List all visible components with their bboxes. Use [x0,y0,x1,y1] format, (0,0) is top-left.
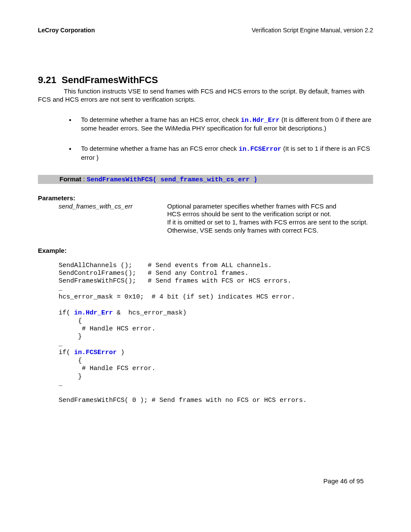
code-highlight: in.FCSError [74,349,117,356]
param-desc-line: If it is omitted or set to 1, frames wit… [167,218,368,226]
code-inline: in.FCSError [239,146,281,153]
page-content: LeCroy Corporation Verification Script E… [0,0,411,404]
bullet-text-pre: To determine whether a frame has an HCS … [81,116,241,123]
bullet-item: To determine whether a frame has an HCS … [72,116,373,133]
code-block: SendAllChannels (); # Send events from A… [38,262,373,405]
code-inline: in.Hdr_Err [241,117,280,124]
bullet-text-pre: To determine whether a frame has an FCS … [81,145,239,152]
format-code: SendFramesWithFCS( send_frames_with_cs_e… [87,176,257,184]
example-heading: Example: [38,247,373,254]
code-highlight: in.Hdr_Err [74,309,113,317]
parameters-row: send_frames_with_cs_err Optional paramet… [38,202,373,235]
param-desc-line: Otherwise, VSE sends only frames with co… [167,227,318,234]
format-bar: Format : SendFramesWithFCS( send_frames_… [38,175,373,184]
param-name: send_frames_with_cs_err [38,202,167,210]
header-doc-title: Verification Script Engine Manual, versi… [252,27,373,34]
param-description: Optional parameter specifies whether fra… [167,202,373,235]
format-label: Format [59,175,81,183]
header-company: LeCroy Corporation [38,27,95,34]
section-number: 9.21 [38,75,56,85]
bullet-list: To determine whether a frame has an HCS … [38,116,373,162]
page-header: LeCroy Corporation Verification Script E… [38,27,373,34]
section-heading: 9.21 SendFramesWithFCS [38,75,373,86]
section-title: SendFramesWithFCS [62,75,158,85]
page-number: Page 46 of 95 [324,477,364,485]
format-separator: : [81,175,87,183]
param-desc-line: HCS errros should be sent to the verific… [167,210,331,218]
bullet-item: To determine whether a frame has an FCS … [72,145,373,162]
section-intro-text: This function instructs VSE to send fram… [38,87,364,103]
param-desc-line: Optional parameter specifies whether fra… [167,202,336,210]
section-intro: This function instructs VSE to send fram… [38,87,373,104]
parameters-heading: Parameters: [38,194,373,202]
